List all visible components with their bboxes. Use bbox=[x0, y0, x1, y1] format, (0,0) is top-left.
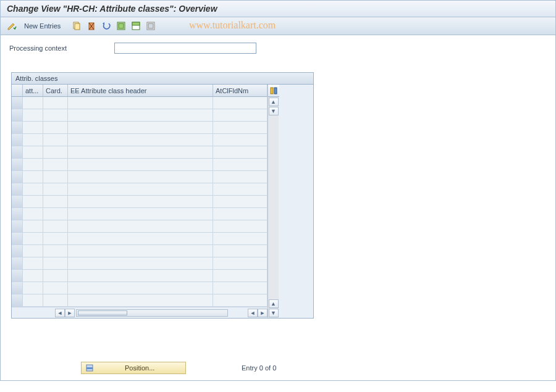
table-row[interactable] bbox=[12, 159, 267, 171]
cell-fld[interactable] bbox=[213, 109, 267, 122]
row-selector[interactable] bbox=[12, 146, 23, 159]
cell-fld[interactable] bbox=[213, 183, 267, 196]
cell-header[interactable] bbox=[68, 257, 213, 270]
cell-att[interactable] bbox=[23, 294, 43, 307]
row-selector[interactable] bbox=[12, 270, 23, 282]
cell-att[interactable] bbox=[23, 97, 43, 109]
cell-card[interactable] bbox=[43, 183, 68, 196]
row-selector[interactable] bbox=[12, 122, 23, 134]
table-settings-icon[interactable] bbox=[268, 85, 279, 97]
new-entries-button[interactable]: New Entries bbox=[20, 21, 64, 31]
hscroll-left-icon[interactable]: ◄ bbox=[55, 309, 65, 317]
cell-card[interactable] bbox=[43, 171, 68, 183]
hscroll-step-left2-icon[interactable]: ◄ bbox=[248, 309, 258, 317]
cell-card[interactable] bbox=[43, 159, 68, 171]
cell-fld[interactable] bbox=[213, 233, 267, 245]
vscroll-down-step-icon[interactable]: ▼ bbox=[269, 107, 279, 115]
cell-header[interactable] bbox=[68, 220, 213, 233]
position-button[interactable]: Position... bbox=[81, 362, 186, 374]
cell-card[interactable] bbox=[43, 245, 68, 257]
cell-header[interactable] bbox=[68, 159, 213, 171]
cell-fld[interactable] bbox=[213, 134, 267, 146]
cell-att[interactable] bbox=[23, 233, 43, 245]
delete-icon[interactable] bbox=[85, 20, 98, 32]
cell-att[interactable] bbox=[23, 122, 43, 134]
copy-icon[interactable] bbox=[70, 20, 83, 32]
cell-fld[interactable] bbox=[213, 122, 267, 134]
cell-header[interactable] bbox=[68, 97, 213, 109]
cell-att[interactable] bbox=[23, 196, 43, 208]
row-selector[interactable] bbox=[12, 134, 23, 146]
table-row[interactable] bbox=[12, 282, 267, 294]
select-block-icon[interactable] bbox=[130, 20, 142, 32]
cell-att[interactable] bbox=[23, 159, 43, 171]
table-row[interactable] bbox=[12, 196, 267, 208]
cell-att[interactable] bbox=[23, 109, 43, 122]
cell-card[interactable] bbox=[43, 220, 68, 233]
table-row[interactable] bbox=[12, 146, 267, 159]
table-row[interactable] bbox=[12, 122, 267, 134]
cell-att[interactable] bbox=[23, 171, 43, 183]
cell-header[interactable] bbox=[68, 109, 213, 122]
cell-header[interactable] bbox=[68, 122, 213, 134]
cell-fld[interactable] bbox=[213, 282, 267, 294]
cell-att[interactable] bbox=[23, 245, 43, 257]
row-selector[interactable] bbox=[12, 282, 23, 294]
cell-header[interactable] bbox=[68, 196, 213, 208]
row-selector[interactable] bbox=[12, 245, 23, 257]
cell-card[interactable] bbox=[43, 270, 68, 282]
row-selector[interactable] bbox=[12, 294, 23, 307]
column-header-att[interactable]: att... bbox=[23, 85, 43, 97]
cell-att[interactable] bbox=[23, 257, 43, 270]
table-row[interactable] bbox=[12, 220, 267, 233]
cell-att[interactable] bbox=[23, 134, 43, 146]
table-row[interactable] bbox=[12, 257, 267, 270]
row-selector[interactable] bbox=[12, 159, 23, 171]
cell-att[interactable] bbox=[23, 282, 43, 294]
cell-fld[interactable] bbox=[213, 196, 267, 208]
table-row[interactable] bbox=[12, 233, 267, 245]
deselect-all-icon[interactable] bbox=[145, 20, 157, 32]
cell-card[interactable] bbox=[43, 233, 68, 245]
table-row[interactable] bbox=[12, 109, 267, 122]
select-all-icon[interactable] bbox=[115, 20, 127, 32]
cell-fld[interactable] bbox=[213, 159, 267, 171]
cell-fld[interactable] bbox=[213, 270, 267, 282]
row-selector[interactable] bbox=[12, 196, 23, 208]
cell-fld[interactable] bbox=[213, 220, 267, 233]
row-selector[interactable] bbox=[12, 183, 23, 196]
cell-fld[interactable] bbox=[213, 171, 267, 183]
vscroll-up-icon[interactable]: ▲ bbox=[269, 98, 279, 106]
cell-header[interactable] bbox=[68, 171, 213, 183]
cell-att[interactable] bbox=[23, 183, 43, 196]
column-header-card[interactable]: Card. bbox=[43, 85, 68, 97]
hscroll-thumb[interactable] bbox=[78, 311, 127, 315]
cell-card[interactable] bbox=[43, 134, 68, 146]
row-selector[interactable] bbox=[12, 97, 23, 109]
cell-fld[interactable] bbox=[213, 257, 267, 270]
table-row[interactable] bbox=[12, 134, 267, 146]
table-row[interactable] bbox=[12, 294, 267, 307]
row-selector[interactable] bbox=[12, 233, 23, 245]
cell-card[interactable] bbox=[43, 122, 68, 134]
table-row[interactable] bbox=[12, 270, 267, 282]
hscroll-track[interactable] bbox=[76, 309, 228, 317]
table-row[interactable] bbox=[12, 245, 267, 257]
cell-header[interactable] bbox=[68, 208, 213, 220]
cell-header[interactable] bbox=[68, 282, 213, 294]
column-header-selector[interactable] bbox=[12, 85, 23, 97]
row-selector[interactable] bbox=[12, 220, 23, 233]
vscroll-up-step-icon[interactable]: ▲ bbox=[269, 299, 279, 308]
row-selector[interactable] bbox=[12, 208, 23, 220]
table-row[interactable] bbox=[12, 208, 267, 220]
cell-card[interactable] bbox=[43, 294, 68, 307]
pencil-check-icon[interactable] bbox=[6, 20, 18, 32]
cell-att[interactable] bbox=[23, 220, 43, 233]
row-selector[interactable] bbox=[12, 171, 23, 183]
cell-card[interactable] bbox=[43, 196, 68, 208]
column-header-fld[interactable]: AtClFldNm bbox=[213, 85, 267, 97]
cell-header[interactable] bbox=[68, 270, 213, 282]
vscroll-down-icon[interactable]: ▼ bbox=[269, 309, 279, 317]
table-row[interactable] bbox=[12, 97, 267, 109]
processing-context-input[interactable] bbox=[114, 43, 256, 54]
